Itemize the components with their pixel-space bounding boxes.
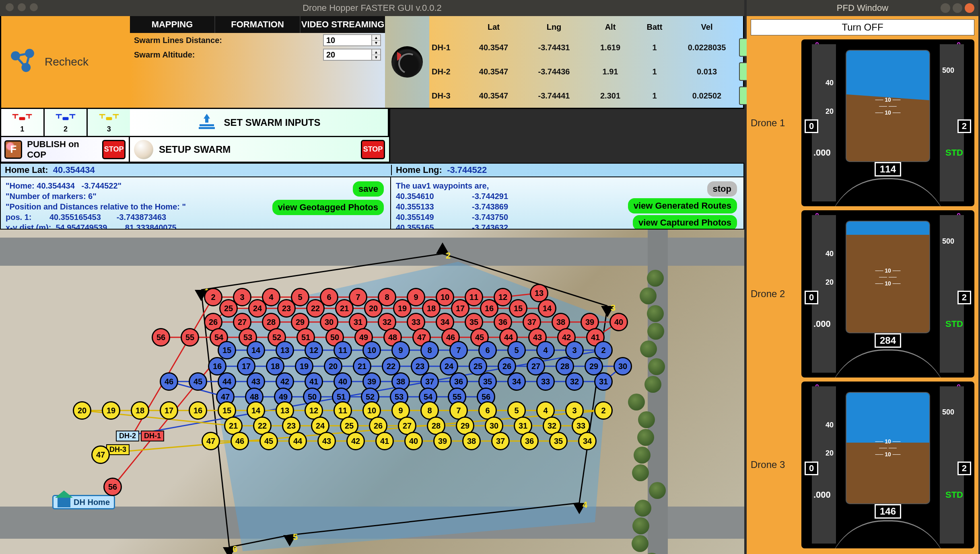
tab-video-streaming[interactable]: VIDEO STREAMING	[301, 16, 385, 33]
waypoint-r-40[interactable]: 40	[609, 313, 628, 331]
tree-icon	[648, 358, 665, 375]
waypoint-b-33[interactable]: 33	[536, 372, 555, 391]
drone-select-2[interactable]: 2	[45, 109, 88, 136]
drone-select-1[interactable]: 1	[1, 109, 45, 136]
waypoint-r-25[interactable]: 25	[219, 299, 238, 318]
tab-formation[interactable]: FORMATION	[215, 16, 301, 33]
swarm-lines-distance-input[interactable]	[323, 34, 371, 46]
polygon-vertex-number: 4	[583, 500, 587, 510]
waypoint-y-43[interactable]: 43	[317, 432, 336, 450]
stop-waypoints-button[interactable]: stop	[707, 181, 737, 197]
waypoint-b-11[interactable]: 11	[334, 341, 352, 359]
waypoint-r-22[interactable]: 22	[306, 299, 325, 318]
waypoint-r-16[interactable]: 16	[480, 299, 498, 318]
turn-off-button[interactable]: Turn OFF	[751, 19, 974, 35]
waypoint-y-35[interactable]: 35	[549, 432, 568, 450]
waypoint-y-40[interactable]: 40	[404, 432, 423, 450]
stop-publish-button[interactable]: STOP	[102, 140, 126, 159]
svg-rect-13	[106, 117, 112, 120]
waypoint-b-45[interactable]: 45	[189, 372, 207, 391]
gauge-button[interactable]	[385, 16, 429, 108]
waypoint-y-36[interactable]: 36	[520, 432, 539, 450]
waypoint-y-16[interactable]: 16	[189, 401, 207, 420]
waypoint-y-47[interactable]: 47	[202, 432, 220, 450]
waypoint-b-46[interactable]: 46	[160, 372, 178, 391]
publish-on-cop-button[interactable]: F PUBLISH on COP STOP	[1, 137, 130, 162]
window-min-icon[interactable]	[18, 3, 26, 11]
waypoint-r-20[interactable]: 20	[364, 299, 383, 318]
setup-swarm-button[interactable]: SETUP SWARM STOP	[130, 137, 389, 162]
waypoint-b-7[interactable]: 7	[449, 341, 468, 359]
waypoint-r-55[interactable]: 55	[181, 328, 199, 347]
waypoint-y-2[interactable]: 2	[594, 401, 613, 420]
waypoint-r-21[interactable]: 21	[335, 299, 354, 318]
waypoint-b-15[interactable]: 15	[218, 341, 236, 359]
drone-marker-dh2[interactable]: DH-2	[116, 431, 139, 441]
waypoint-b-3[interactable]: 3	[565, 341, 584, 359]
waypoint-y-37[interactable]: 37	[491, 432, 510, 450]
view-geotagged-photos-button[interactable]: view Geotagged Photos	[272, 200, 384, 215]
window-max-icon[interactable]	[30, 3, 38, 11]
waypoint-y-47[interactable]: 47	[91, 445, 110, 464]
waypoint-b-10[interactable]: 10	[362, 341, 381, 359]
waypoint-y-41[interactable]: 41	[375, 432, 394, 450]
waypoint-b-5[interactable]: 5	[507, 341, 526, 359]
swarm-altitude-spinner[interactable]: ▲▼	[371, 49, 381, 61]
view-captured-photos-button[interactable]: view Captured Photos	[633, 215, 737, 230]
set-swarm-inputs-button[interactable]: SET SWARM INPUTS	[130, 109, 389, 136]
waypoint-r-19[interactable]: 19	[393, 299, 412, 318]
pfd-min-icon[interactable]	[941, 3, 950, 13]
waypoint-r-14[interactable]: 14	[538, 299, 556, 318]
compass-arc	[828, 178, 948, 206]
tab-mapping[interactable]: MAPPING	[130, 16, 215, 33]
waypoint-y-19[interactable]: 19	[102, 401, 120, 420]
home-marker[interactable]: DH Home	[52, 495, 115, 509]
waypoint-r-18[interactable]: 18	[422, 299, 441, 318]
waypoint-y-34[interactable]: 34	[578, 432, 597, 450]
view-generated-routes-button[interactable]: view Generated Routes	[628, 198, 737, 213]
mission-map[interactable]: DH Home DH-1 DH-2 DH-3 12345623456789101…	[0, 230, 744, 554]
waypoint-b-31[interactable]: 31	[594, 372, 613, 391]
waypoint-b-4[interactable]: 4	[536, 341, 555, 359]
waypoint-y-44[interactable]: 44	[288, 432, 307, 450]
waypoint-b-14[interactable]: 14	[247, 341, 265, 359]
waypoint-b-2[interactable]: 2	[594, 341, 613, 359]
swarm-altitude-input[interactable]	[323, 49, 371, 61]
waypoint-r-23[interactable]: 23	[277, 299, 296, 318]
waypoint-y-39[interactable]: 39	[433, 432, 452, 450]
drone-icon-blue	[54, 111, 77, 125]
waypoint-r-17[interactable]: 17	[451, 299, 469, 318]
waypoint-y-46[interactable]: 46	[231, 432, 249, 450]
waypoint-b-9[interactable]: 9	[391, 341, 410, 359]
speed-readout: .000	[813, 490, 831, 500]
recheck-button[interactable]: Recheck	[1, 16, 130, 108]
drone-select-3[interactable]: 3	[88, 109, 130, 136]
waypoint-y-42[interactable]: 42	[346, 432, 365, 450]
waypoint-r-56[interactable]: 56	[103, 478, 122, 496]
waypoint-y-38[interactable]: 38	[462, 432, 481, 450]
waypoint-b-12[interactable]: 12	[305, 341, 323, 359]
main-titlebar: Drone Hopper FASTER GUI v.0.0.2	[0, 0, 744, 16]
pfd-max-icon[interactable]	[953, 3, 962, 13]
waypoint-r-15[interactable]: 15	[509, 299, 527, 318]
svg-rect-6	[15, 115, 16, 119]
waypoint-y-18[interactable]: 18	[131, 401, 149, 420]
waypoint-r-24[interactable]: 24	[248, 299, 267, 318]
waypoint-b-6[interactable]: 6	[478, 341, 497, 359]
pfd-close-icon[interactable]	[965, 3, 974, 13]
swarm-lines-distance-spinner[interactable]: ▲▼	[371, 34, 381, 46]
waypoint-b-34[interactable]: 34	[507, 372, 526, 391]
drone-marker-dh1[interactable]: DH-1	[141, 431, 164, 441]
window-close-icon[interactable]	[6, 3, 14, 11]
waypoint-b-32[interactable]: 32	[565, 372, 584, 391]
waypoint-b-13[interactable]: 13	[276, 341, 294, 359]
waypoint-y-45[interactable]: 45	[259, 432, 278, 450]
waypoint-b-8[interactable]: 8	[420, 341, 439, 359]
waypoint-r-56[interactable]: 56	[152, 328, 170, 347]
waypoint-y-17[interactable]: 17	[160, 401, 178, 420]
waypoint-r-2[interactable]: 2	[204, 288, 222, 306]
save-button[interactable]: save	[353, 181, 384, 197]
stop-swarm-button[interactable]: STOP	[361, 140, 385, 159]
waypoint-y-20[interactable]: 20	[73, 401, 91, 420]
waypoint-b-30[interactable]: 30	[614, 357, 632, 375]
